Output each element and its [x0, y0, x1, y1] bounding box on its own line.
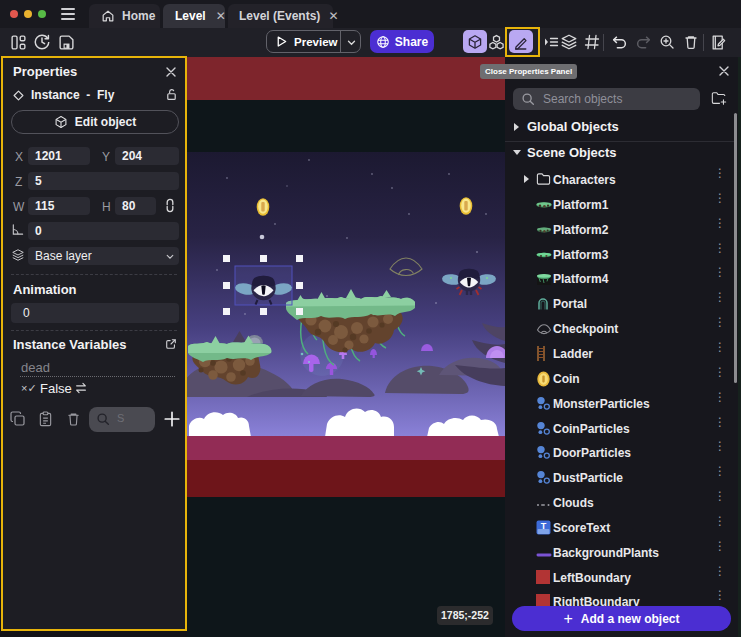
svg-text:T: T [541, 521, 547, 531]
